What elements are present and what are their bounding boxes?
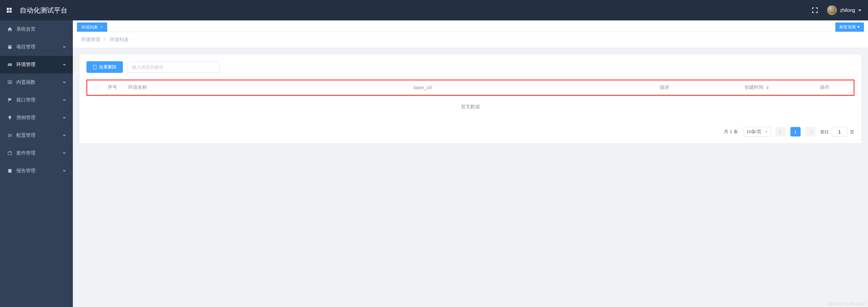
- pagination: 共 1 条 10条/页 1 前往 页: [86, 127, 854, 136]
- goto-text: 前往 页: [820, 127, 854, 136]
- sidebar-item-env[interactable]: 环境管理: [0, 56, 73, 74]
- username: zhilong: [840, 7, 855, 13]
- chevron-down-icon: [63, 152, 66, 154]
- flag-icon: [7, 97, 13, 103]
- sidebar-item-functions[interactable]: 内置函数: [0, 74, 73, 91]
- sidebar-item-case[interactable]: 用例管理: [0, 109, 73, 127]
- caret-down-icon: [857, 26, 860, 28]
- chevron-down-icon: [765, 131, 768, 133]
- home-icon: [7, 26, 13, 32]
- chevron-down-icon: [63, 82, 66, 83]
- tab-env-list[interactable]: 环境列表 ×: [77, 22, 107, 32]
- sidebar-item-home[interactable]: 系统首页: [0, 20, 73, 38]
- col-name: 环境名称: [125, 80, 189, 95]
- chevron-down-icon: [63, 99, 66, 101]
- chevron-down-icon: [63, 64, 66, 66]
- breadcrumb-sep: /: [104, 37, 106, 42]
- trash-icon: [93, 65, 97, 69]
- bulb-icon: [7, 115, 13, 121]
- suite-icon: [7, 150, 13, 156]
- tabs-bar: 环境列表 × 标签选项: [73, 20, 868, 32]
- next-page-button[interactable]: [805, 127, 816, 136]
- col-ctime[interactable]: 创建时间: [718, 80, 796, 95]
- goto-page-input[interactable]: [832, 127, 847, 136]
- header-left: 自动化测试平台: [7, 6, 67, 15]
- header: 自动化测试平台 zhilong: [0, 0, 868, 20]
- fullscreen-icon[interactable]: [812, 7, 818, 13]
- col-checkbox[interactable]: [87, 80, 104, 95]
- sidebar-item-label: 套件管理: [16, 150, 35, 156]
- batch-delete-button[interactable]: 批量删除: [86, 61, 123, 73]
- batch-delete-label: 批量删除: [99, 64, 117, 70]
- caret-down-icon: [858, 10, 861, 11]
- user-menu[interactable]: zhilong: [827, 5, 861, 15]
- app-title: 自动化测试平台: [20, 6, 67, 15]
- table-highlight: 序号 环境名称 base_url 描述 创建时间 操作: [86, 80, 854, 96]
- chevron-down-icon: [63, 170, 66, 172]
- page-size-label: 10条/页: [746, 129, 761, 135]
- prev-page-button[interactable]: [775, 127, 786, 136]
- checkbox-icon[interactable]: [93, 85, 98, 90]
- sidebar-item-suite[interactable]: 套件管理: [0, 144, 73, 162]
- content-area: 环境列表 × 标签选项 环境管理 / 环境列表: [73, 20, 868, 307]
- tabs-options-button[interactable]: 标签选项: [835, 22, 864, 32]
- sidebar-item-label: 报告管理: [16, 168, 35, 174]
- gear-icon: [7, 79, 13, 85]
- sidebar-item-label: 用例管理: [16, 115, 35, 121]
- col-base-url: base_url: [189, 80, 656, 95]
- chevron-down-icon: [63, 117, 66, 119]
- breadcrumb-current: 环境列表: [110, 37, 129, 42]
- chevron-down-icon: [63, 135, 66, 136]
- env-icon: [7, 62, 13, 68]
- col-action: 操作: [796, 80, 854, 95]
- col-seq: 序号: [104, 80, 125, 95]
- env-table: 序号 环境名称 base_url 描述 创建时间 操作: [87, 80, 854, 95]
- total-text: 共 1 条: [724, 129, 738, 135]
- close-icon[interactable]: ×: [100, 23, 103, 32]
- sidebar-item-label: 配置管理: [16, 132, 35, 139]
- col-ctime-label: 创建时间: [744, 84, 763, 90]
- sidebar-item-label: 环境管理: [16, 62, 35, 68]
- header-right: zhilong: [812, 5, 861, 15]
- chevron-down-icon: [63, 46, 66, 48]
- sidebar-item-label: 系统首页: [16, 26, 35, 32]
- tab-label: 环境列表: [81, 23, 98, 32]
- table-empty-text: 暂无数据: [86, 96, 854, 118]
- toolbar-row: 批量删除: [86, 61, 854, 73]
- tabs: 环境列表 ×: [77, 22, 108, 32]
- col-desc: 描述: [656, 80, 718, 95]
- page-number[interactable]: 1: [790, 127, 801, 136]
- sidebar-item-project[interactable]: 项目管理: [0, 38, 73, 56]
- main-card: 批量删除 序号 环境名称: [80, 54, 861, 143]
- report-icon: [7, 168, 13, 174]
- table-header-row: 序号 环境名称 base_url 描述 创建时间 操作: [87, 80, 854, 95]
- avatar: [827, 5, 837, 15]
- page-size-select[interactable]: 10条/页: [743, 127, 771, 136]
- watermark: CSDN @YZL40514131: [827, 302, 866, 306]
- breadcrumb-parent[interactable]: 环境管理: [81, 37, 100, 42]
- sidebar-item-api[interactable]: 接口管理: [0, 91, 73, 109]
- sort-icon[interactable]: [766, 86, 769, 90]
- sidebar-item-label: 接口管理: [16, 97, 35, 103]
- breadcrumb: 环境管理 / 环境列表: [73, 32, 868, 48]
- project-icon: [7, 44, 13, 50]
- filter-input[interactable]: [128, 61, 220, 73]
- sliders-icon: [7, 132, 13, 139]
- tabs-options-label: 标签选项: [839, 24, 856, 30]
- sidebar-item-report[interactable]: 报告管理: [0, 162, 73, 180]
- sidebar-item-config[interactable]: 配置管理: [0, 127, 73, 144]
- apps-grid-icon[interactable]: [7, 8, 12, 13]
- sidebar-item-label: 项目管理: [16, 44, 35, 50]
- sidebar-item-label: 内置函数: [16, 79, 35, 85]
- sidebar: 系统首页 项目管理 环境管理 内置函数 接口管理: [0, 20, 73, 307]
